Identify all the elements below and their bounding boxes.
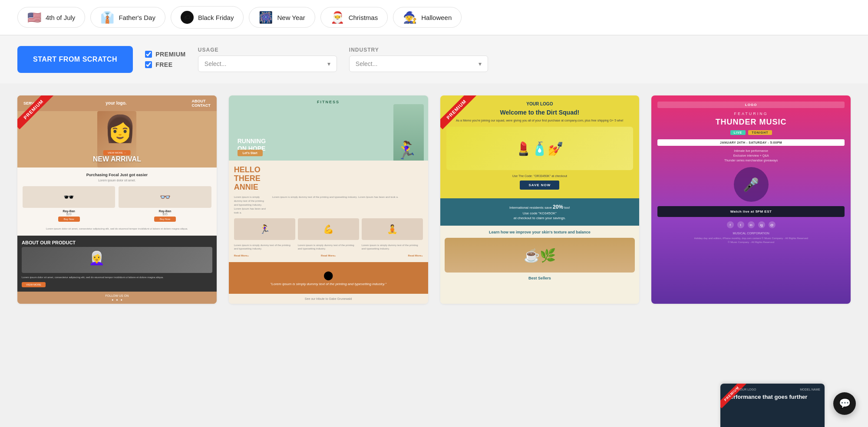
template-card-fitness[interactable]: FITNESS RUNNINGON HOPE Let's Start HELLO… bbox=[229, 95, 428, 304]
new-year-icon: 🎆 bbox=[259, 12, 273, 23]
black-friday-icon: 🏷 bbox=[181, 11, 194, 24]
card2-grid-img-1: 🏃‍♀️ bbox=[234, 218, 295, 240]
instagram-icon: ig bbox=[758, 221, 765, 228]
card1-desc: Lorem ipsum dolor sit amet. bbox=[23, 179, 211, 182]
template-card-thunder-music[interactable]: LOGO FEATURING THUNDER MUSIC LIVE TONIGH… bbox=[651, 95, 851, 304]
halloween-icon: 🧙 bbox=[403, 12, 417, 23]
linkedin-icon: in bbox=[748, 221, 755, 228]
premium-badge-1 bbox=[17, 95, 56, 135]
card2-readmore-3: Read More» bbox=[408, 254, 422, 257]
card1-ig-icon: ● bbox=[120, 298, 122, 301]
card3-save-text: International residents save 20% too! Us… bbox=[446, 204, 634, 220]
card1-product-1: 🕶️ Ray-Ban $20 Buy Now bbox=[23, 186, 115, 223]
template-card-dirt-squad[interactable]: YOUR LOGO Welcome to the Dirt Squad! As … bbox=[440, 95, 640, 304]
usage-chevron-icon: ▾ bbox=[327, 60, 330, 67]
christmas-icon: 🎅 bbox=[330, 12, 344, 23]
premium-label: PREMIUM bbox=[155, 51, 186, 58]
card1-social: ● ● ● bbox=[20, 298, 214, 301]
card2-footer-text: "Lorem ipsum is simply dummy text of the… bbox=[234, 282, 423, 286]
card4-legal: Holiday day and edition, iPhone monthly,… bbox=[657, 236, 845, 240]
nav-item-christmas[interactable]: 🎅 Christmas bbox=[320, 7, 388, 28]
usage-select[interactable]: Select... ▾ bbox=[198, 56, 337, 72]
nav-label-4th-july: 4th of July bbox=[46, 14, 75, 21]
card4-corp: MUSICAL CORPORATION bbox=[657, 232, 845, 235]
email-icon: @ bbox=[769, 221, 776, 228]
template-grid: SERVICE your logo. ABOUTCONTACT NEW ARRI… bbox=[0, 83, 868, 316]
card2-image-grid: 🏃‍♀️ 💪 🧘 bbox=[234, 218, 423, 240]
card4-live-badge: LIVE bbox=[730, 130, 746, 135]
card2-content-row: Lorem ipsum is simply dummy text of the … bbox=[234, 195, 423, 215]
premium-badge-3 bbox=[440, 95, 479, 135]
top-navigation: 🇺🇸 4th of July 👔 Father's Day 🏷 Black Fr… bbox=[0, 0, 868, 35]
free-checkbox[interactable] bbox=[145, 61, 152, 68]
premium-checkbox-row[interactable]: PREMIUM bbox=[145, 51, 186, 58]
card2-col1-text: Lorem ipsum is simply dummy text of the … bbox=[234, 243, 295, 251]
card2-col3-text: Lorem ipsum is simply dummy text of the … bbox=[362, 243, 423, 251]
card4-tonight-badge: TONIGHT bbox=[748, 130, 772, 135]
card2-cta: Let's Start bbox=[238, 150, 263, 156]
card4-logo: LOGO bbox=[657, 102, 845, 108]
card4-watch-btn: Watch live at 5PM EST bbox=[657, 206, 845, 217]
card4-artist-img: 🎤 bbox=[734, 167, 769, 202]
usage-filter-label: USAGE bbox=[198, 47, 337, 53]
card1-product-2: 👓 Ray-Ban $35 Buy Now bbox=[119, 186, 211, 223]
industry-filter-group: INDUSTRY Select... ▾ bbox=[349, 47, 488, 72]
card1-hero-title: NEW ARRIVAL bbox=[17, 155, 217, 163]
card1-fb-icon: ● bbox=[112, 298, 113, 301]
card2-readmore-2: Read More» bbox=[321, 254, 336, 257]
card1-lorem: Lorem ipsum dolor sit amet, consectetur … bbox=[23, 227, 211, 230]
card2-grid-img-3: 🧘 bbox=[362, 218, 423, 240]
card2-hello: HELLOTHEREANNIE bbox=[234, 166, 423, 191]
free-checkbox-row[interactable]: FREE bbox=[145, 61, 186, 68]
nav-item-black-friday[interactable]: 🏷 Black Friday bbox=[171, 6, 244, 29]
card1-body: Purchasing Focal Just got easier Lorem i… bbox=[17, 168, 217, 236]
nav-item-fathers-day[interactable]: 👔 Father's Day bbox=[90, 7, 165, 28]
card1-subtitle: Purchasing Focal Just got easier bbox=[23, 173, 211, 177]
nav-item-new-year[interactable]: 🎆 New Year bbox=[249, 7, 315, 28]
card1-logo: your logo. bbox=[106, 101, 126, 105]
filter-bar: START FROM SCRATCH PREMIUM FREE USAGE Se… bbox=[0, 36, 868, 83]
start-scratch-button[interactable]: START FROM SCRATCH bbox=[17, 46, 133, 73]
card1-product-img-1: 🕶️ bbox=[23, 186, 115, 208]
card3-middle: International residents save 20% too! Us… bbox=[440, 198, 640, 226]
4th-july-icon: 🇺🇸 bbox=[27, 12, 41, 23]
card2-footer: ⬤ "Lorem ipsum is simply dummy text of t… bbox=[229, 262, 428, 294]
card3-save-btn: SAVE NOW bbox=[520, 181, 559, 190]
card3-bowl-img: ☕🌿 bbox=[445, 238, 635, 273]
card1-product-price-2: $35 bbox=[119, 213, 211, 216]
card4-featuring: FEATURING bbox=[657, 112, 845, 116]
card1-product-img-2: 👓 bbox=[119, 186, 211, 208]
card3-code: Use The Code: "OR33450K" at checkout bbox=[446, 174, 634, 177]
nav-item-4th-july[interactable]: 🇺🇸 4th of July bbox=[17, 7, 85, 28]
card2-logo: FITNESS bbox=[317, 100, 340, 104]
industry-filter-label: INDUSTRY bbox=[349, 47, 488, 53]
card2-body: HELLOTHEREANNIE Lorem ipsum is simply du… bbox=[229, 161, 428, 262]
card2-footer-icon: ⬤ bbox=[234, 270, 423, 280]
card4-copyright: © Music Company - All Rights Reserved bbox=[657, 241, 845, 243]
card1-footer: FOLLOW US ON ● ● ● bbox=[17, 292, 217, 304]
card2-gabe-section: See our tribute to Gabe Grunewald bbox=[229, 294, 428, 304]
nav-item-halloween[interactable]: 🧙 Halloween bbox=[393, 7, 462, 28]
card1-about-title: ABOUT OUR PRODUCT bbox=[22, 240, 212, 245]
card1-products: 🕶️ Ray-Ban $20 Buy Now 👓 Ray-Ban $35 Buy… bbox=[23, 186, 211, 223]
template-card-new-arrival[interactable]: SERVICE your logo. ABOUTCONTACT NEW ARRI… bbox=[17, 95, 217, 304]
card4-date: JANUARY 24TH - SATURDAY - 5:00PM bbox=[657, 139, 845, 146]
card4-details: Intimate live performance Exclusive inte… bbox=[657, 148, 845, 163]
card3-learn-text: Learn how we improve your skin's texture… bbox=[445, 230, 635, 234]
filter-checkboxes: PREMIUM FREE bbox=[145, 51, 186, 68]
card1-about-text: Lorem ipsum dolor sit amet, consectetur … bbox=[22, 276, 212, 279]
card1-product-name-1: Ray-Ban bbox=[23, 210, 115, 213]
card3-bottom: Learn how we improve your skin's texture… bbox=[440, 226, 640, 303]
card2-grid-img-2: 💪 bbox=[298, 218, 359, 240]
card1-tw-icon: ● bbox=[116, 298, 118, 301]
card1-about-img bbox=[22, 247, 212, 273]
card2-read-more-row: Lorem ipsum is simply dummy text of the … bbox=[234, 243, 423, 251]
industry-select[interactable]: Select... ▾ bbox=[349, 56, 488, 72]
premium-checkbox[interactable] bbox=[145, 51, 152, 58]
card2-body-text: Lorem ipsum is simply dummy text of the … bbox=[234, 195, 269, 215]
card4-social-icons: f t in ig @ bbox=[657, 221, 845, 228]
card2-col2-text: Lorem ipsum is simply dummy text of the … bbox=[298, 243, 359, 251]
card2-model-img bbox=[393, 104, 424, 161]
card1-view-more: VIEW MORE → bbox=[103, 150, 131, 155]
card1-product-name-2: Ray-Ban bbox=[119, 210, 211, 213]
